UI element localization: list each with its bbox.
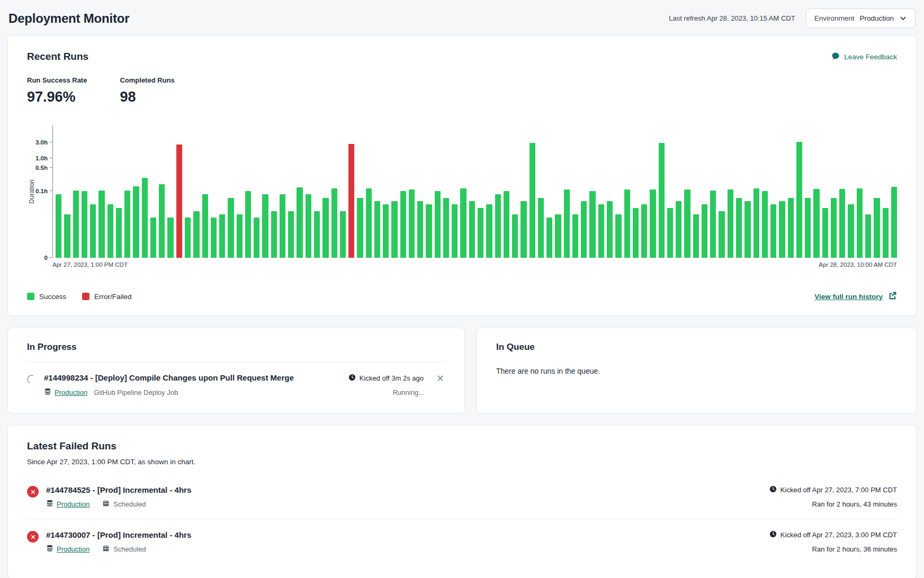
run-bar-success[interactable] <box>391 201 397 258</box>
run-bar-success[interactable] <box>530 143 535 258</box>
run-bar-success[interactable] <box>684 189 690 258</box>
environment-dropdown[interactable]: Environment Production <box>806 8 916 28</box>
environment-link[interactable]: Production <box>46 500 89 509</box>
run-bar-success[interactable] <box>728 189 733 258</box>
run-bar-success[interactable] <box>185 218 191 258</box>
run-bar-success[interactable] <box>504 191 509 258</box>
run-bar-success[interactable] <box>615 214 621 258</box>
run-bar-success[interactable] <box>512 214 518 258</box>
run-bar-success[interactable] <box>624 189 630 258</box>
run-bar-success[interactable] <box>788 198 794 258</box>
run-bar-success[interactable] <box>322 198 328 258</box>
run-bar-success[interactable] <box>805 198 811 258</box>
run-bar-success[interactable] <box>331 188 337 258</box>
run-bar-success[interactable] <box>572 214 578 258</box>
run-bar-success[interactable] <box>452 204 457 258</box>
run-bar-success[interactable] <box>555 214 561 258</box>
run-bar-success[interactable] <box>374 201 380 258</box>
run-bar-success[interactable] <box>564 189 570 258</box>
run-bar-success[interactable] <box>676 201 681 258</box>
run-bar-success[interactable] <box>495 194 501 258</box>
close-icon[interactable] <box>435 373 445 383</box>
run-bar-success[interactable] <box>426 204 432 258</box>
run-bar-success[interactable] <box>598 204 604 258</box>
run-bar-success[interactable] <box>133 186 139 258</box>
run-bar-success[interactable] <box>581 201 587 258</box>
view-full-run-history-link[interactable]: View full run history <box>814 291 897 302</box>
environment-link[interactable]: Production <box>46 545 89 554</box>
run-bar-success[interactable] <box>306 194 311 258</box>
run-bar-success[interactable] <box>546 218 552 258</box>
run-bar-success[interactable] <box>211 218 217 258</box>
run-bar-success[interactable] <box>435 191 441 258</box>
run-bar-success[interactable] <box>839 189 845 258</box>
run-bar-success[interactable] <box>641 204 647 258</box>
run-bar-success[interactable] <box>736 198 742 258</box>
run-bar-success[interactable] <box>796 142 802 258</box>
run-bar-success[interactable] <box>150 218 156 258</box>
run-bar-success[interactable] <box>142 178 148 258</box>
run-bar-success[interactable] <box>219 214 225 258</box>
run-bar-success[interactable] <box>202 194 208 258</box>
run-bar-success[interactable] <box>159 184 165 258</box>
run-bar-success[interactable] <box>659 143 665 258</box>
run-bar-success[interactable] <box>340 211 346 258</box>
run-bar-success[interactable] <box>193 211 199 258</box>
run-bar-success[interactable] <box>744 201 750 258</box>
run-bar-success[interactable] <box>297 187 302 258</box>
run-bar-success[interactable] <box>702 204 707 258</box>
run-bar-success[interactable] <box>314 211 320 258</box>
run-bar-success[interactable] <box>831 198 837 258</box>
run-bar-success[interactable] <box>443 198 449 258</box>
run-bar-success[interactable] <box>857 188 863 258</box>
run-bar-success[interactable] <box>357 198 363 258</box>
leave-feedback-link[interactable]: Leave Feedback <box>831 52 897 62</box>
run-bar-success[interactable] <box>280 194 285 258</box>
run-bar-success[interactable] <box>719 211 724 258</box>
run-bar-success[interactable] <box>64 214 70 258</box>
run-bar-success[interactable] <box>73 191 79 258</box>
run-bar-success[interactable] <box>478 208 483 258</box>
run-bar-success[interactable] <box>366 188 372 258</box>
run-bar-success[interactable] <box>254 218 259 258</box>
run-bar-success[interactable] <box>779 201 785 258</box>
run-bar-success[interactable] <box>271 211 277 258</box>
run-bar-success[interactable] <box>460 188 466 258</box>
run-bar-success[interactable] <box>228 198 234 258</box>
run-bar-failed[interactable] <box>176 144 182 258</box>
run-bar-success[interactable] <box>693 214 699 258</box>
run-bar-success[interactable] <box>417 201 423 258</box>
run-bar-success[interactable] <box>633 208 639 258</box>
run-bar-success[interactable] <box>667 208 673 258</box>
run-bar-success[interactable] <box>98 191 104 258</box>
run-bar-success[interactable] <box>107 204 113 258</box>
run-bar-success[interactable] <box>848 204 854 258</box>
run-bar-success[interactable] <box>650 189 656 258</box>
run-bar-success[interactable] <box>762 191 768 258</box>
run-bar-success[interactable] <box>245 191 251 258</box>
run-bar-success[interactable] <box>167 218 173 258</box>
run-bar-success[interactable] <box>874 198 880 258</box>
run-bar-success[interactable] <box>124 191 130 258</box>
run-bar-success[interactable] <box>891 187 897 258</box>
run-bar-failed[interactable] <box>348 144 354 258</box>
run-bar-success[interactable] <box>116 208 122 258</box>
run-bar-success[interactable] <box>753 188 759 258</box>
run-bar-success[interactable] <box>486 204 492 258</box>
run-bar-success[interactable] <box>82 191 87 258</box>
run-bar-success[interactable] <box>237 214 243 258</box>
run-bar-success[interactable] <box>400 191 406 258</box>
run-bar-success[interactable] <box>288 211 294 258</box>
run-bar-success[interactable] <box>883 208 889 258</box>
run-bar-success[interactable] <box>538 198 544 258</box>
run-bar-success[interactable] <box>56 194 61 258</box>
run-bar-success[interactable] <box>710 191 716 258</box>
run-bar-success[interactable] <box>262 194 268 258</box>
environment-link[interactable]: Production <box>44 388 87 397</box>
run-bar-success[interactable] <box>770 204 776 258</box>
run-bar-success[interactable] <box>607 201 613 258</box>
run-bar-success[interactable] <box>589 191 595 258</box>
run-bar-success[interactable] <box>813 189 819 258</box>
run-bar-success[interactable] <box>383 204 389 258</box>
run-bar-success[interactable] <box>409 189 415 258</box>
